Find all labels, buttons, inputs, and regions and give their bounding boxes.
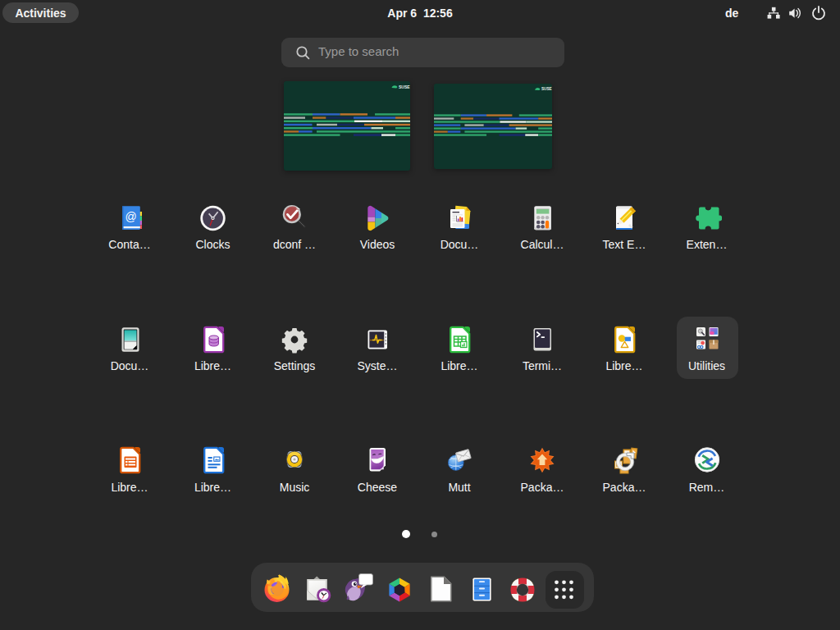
svg-text:SUSE: SUSE — [399, 84, 410, 89]
svg-text:@: @ — [125, 210, 136, 223]
